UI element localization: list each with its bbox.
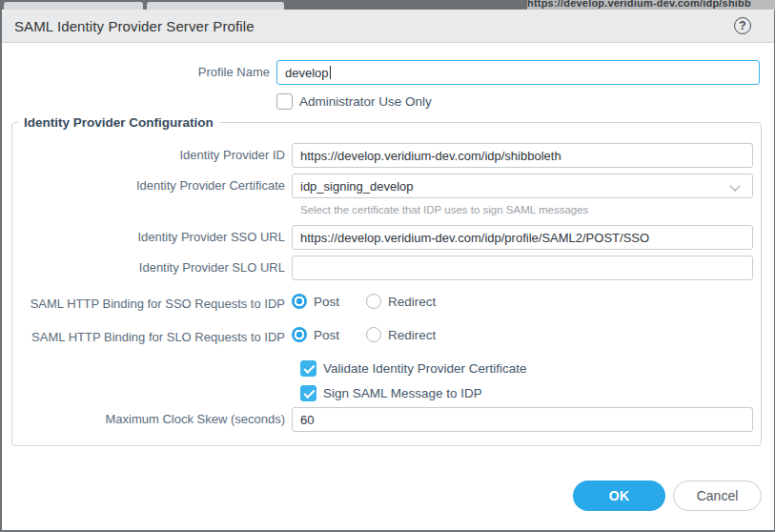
ok-button[interactable]: OK	[573, 481, 665, 511]
slo-binding-post-option[interactable]: Post	[292, 327, 339, 342]
identity-provider-certificate-select[interactable]: idp_signing_develop	[292, 174, 753, 198]
identity-provider-slo-url-input[interactable]	[292, 256, 753, 280]
identity-provider-sso-url-label: Identity Provider SSO URL	[12, 225, 292, 245]
identity-provider-slo-url-row: Identity Provider SLO URL	[12, 256, 753, 280]
sso-binding-redirect-option[interactable]: Redirect	[366, 294, 436, 309]
slo-binding-row: SAML HTTP Binding for SLO Requests to ID…	[12, 325, 753, 345]
chevron-down-icon	[729, 180, 740, 191]
administrator-use-only-checkbox[interactable]	[276, 93, 293, 110]
maximum-clock-skew-row: Maximum Clock Skew (seconds) 60	[12, 407, 753, 432]
profile-name-label: Profile Name	[2, 60, 276, 80]
certificate-helper-text: Select the certificate that IDP uses to …	[300, 204, 753, 215]
validate-certificate-row: Validate Identity Provider Certificate	[300, 360, 753, 377]
maximum-clock-skew-label: Maximum Clock Skew (seconds)	[12, 407, 292, 427]
radio-button-icon[interactable]	[366, 294, 381, 309]
slo-binding-radio-group: Post Redirect	[292, 325, 753, 342]
sso-binding-label: SAML HTTP Binding for SSO Requests to ID…	[12, 292, 292, 312]
slo-binding-redirect-option[interactable]: Redirect	[366, 327, 436, 342]
cancel-button[interactable]: Cancel	[673, 481, 762, 511]
text-cursor	[330, 66, 331, 79]
radio-button-icon[interactable]	[292, 327, 307, 342]
sso-binding-row: SAML HTTP Binding for SSO Requests to ID…	[12, 292, 753, 312]
slo-binding-label: SAML HTTP Binding for SLO Requests to ID…	[12, 325, 292, 345]
background-url-text: https://develop.veridium-dev.com/idp/shi…	[527, 0, 775, 9]
radio-button-icon[interactable]	[366, 327, 381, 342]
profile-name-input[interactable]: develop	[276, 60, 760, 85]
identity-provider-id-input[interactable]: https://develop.veridium-dev.com/idp/shi…	[292, 143, 753, 168]
dialog-title: SAML Identity Provider Server Profile	[14, 18, 255, 34]
identity-provider-sso-url-input[interactable]: https://develop.veridium-dev.com/idp/pro…	[292, 225, 753, 250]
validate-certificate-label: Validate Identity Provider Certificate	[323, 361, 527, 376]
sso-binding-radio-group: Post Redirect	[292, 292, 753, 309]
identity-provider-id-label: Identity Provider ID	[12, 143, 292, 163]
identity-provider-slo-url-label: Identity Provider SLO URL	[12, 256, 292, 276]
sign-saml-message-label: Sign SAML Message to IDP	[323, 386, 482, 400]
saml-idp-server-profile-dialog: SAML Identity Provider Server Profile ? …	[2, 10, 774, 530]
sso-binding-post-option[interactable]: Post	[292, 294, 339, 309]
maximum-clock-skew-input[interactable]: 60	[292, 407, 753, 432]
dialog-footer: OK Cancel	[2, 481, 774, 511]
section-legend: Identity Provider Configuration	[18, 115, 219, 130]
identity-provider-certificate-row: Identity Provider Certificate idp_signin…	[12, 174, 753, 198]
administrator-use-only-row: Administrator Use Only	[2, 93, 774, 110]
radio-button-icon[interactable]	[292, 294, 307, 309]
background-url-field: https://develop.veridium-dev.com/idp/shi…	[527, 0, 775, 10]
identity-provider-id-row: Identity Provider ID https://develop.ver…	[12, 143, 753, 168]
profile-name-value: develop	[285, 66, 329, 80]
identity-provider-configuration-section: Identity Provider Configuration Identity…	[11, 115, 762, 446]
dialog-titlebar: SAML Identity Provider Server Profile ?	[2, 10, 774, 43]
background-page-strip: https://develop.veridium-dev.com/idp/shi…	[0, 0, 775, 10]
dialog-content: Profile Name develop Administrator Use O…	[2, 43, 774, 530]
identity-provider-sso-url-row: Identity Provider SSO URL https://develo…	[12, 225, 753, 250]
help-icon[interactable]: ?	[734, 17, 751, 34]
profile-name-row: Profile Name develop	[2, 60, 774, 85]
sign-saml-message-row: Sign SAML Message to IDP	[300, 385, 753, 401]
validate-certificate-checkbox[interactable]	[300, 360, 316, 377]
administrator-use-only-label: Administrator Use Only	[299, 94, 432, 109]
sign-saml-message-checkbox[interactable]	[300, 385, 316, 401]
identity-provider-certificate-label: Identity Provider Certificate	[12, 174, 292, 194]
